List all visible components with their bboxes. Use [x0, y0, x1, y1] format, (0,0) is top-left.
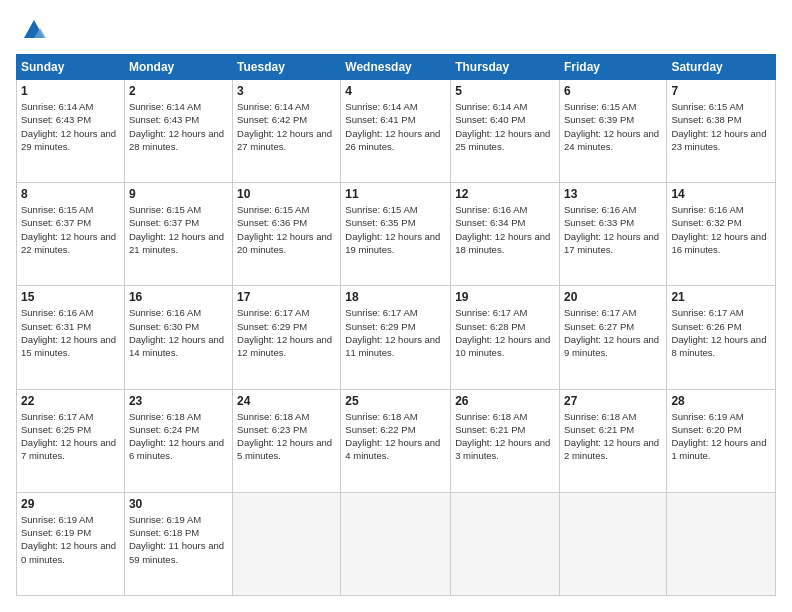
day-info: Sunrise: 6:14 AMSunset: 6:43 PMDaylight:…	[21, 101, 116, 152]
day-number: 23	[129, 394, 228, 408]
calendar-cell: 22Sunrise: 6:17 AMSunset: 6:25 PMDayligh…	[17, 389, 125, 492]
day-header-wednesday: Wednesday	[341, 55, 451, 80]
day-number: 1	[21, 84, 120, 98]
day-info: Sunrise: 6:18 AMSunset: 6:21 PMDaylight:…	[455, 411, 550, 462]
day-info: Sunrise: 6:17 AMSunset: 6:28 PMDaylight:…	[455, 307, 550, 358]
day-number: 16	[129, 290, 228, 304]
calendar-cell: 10Sunrise: 6:15 AMSunset: 6:36 PMDayligh…	[233, 183, 341, 286]
day-info: Sunrise: 6:17 AMSunset: 6:27 PMDaylight:…	[564, 307, 659, 358]
calendar-cell: 18Sunrise: 6:17 AMSunset: 6:29 PMDayligh…	[341, 286, 451, 389]
calendar-cell: 5Sunrise: 6:14 AMSunset: 6:40 PMDaylight…	[451, 80, 560, 183]
calendar-cell: 24Sunrise: 6:18 AMSunset: 6:23 PMDayligh…	[233, 389, 341, 492]
calendar-header-row: SundayMondayTuesdayWednesdayThursdayFrid…	[17, 55, 776, 80]
calendar-cell: 29Sunrise: 6:19 AMSunset: 6:19 PMDayligh…	[17, 492, 125, 595]
day-info: Sunrise: 6:14 AMSunset: 6:42 PMDaylight:…	[237, 101, 332, 152]
calendar-week-row: 8Sunrise: 6:15 AMSunset: 6:37 PMDaylight…	[17, 183, 776, 286]
calendar-cell: 26Sunrise: 6:18 AMSunset: 6:21 PMDayligh…	[451, 389, 560, 492]
day-info: Sunrise: 6:16 AMSunset: 6:32 PMDaylight:…	[671, 204, 766, 255]
calendar-cell: 6Sunrise: 6:15 AMSunset: 6:39 PMDaylight…	[559, 80, 666, 183]
day-number: 2	[129, 84, 228, 98]
day-info: Sunrise: 6:16 AMSunset: 6:33 PMDaylight:…	[564, 204, 659, 255]
day-info: Sunrise: 6:17 AMSunset: 6:29 PMDaylight:…	[345, 307, 440, 358]
day-number: 5	[455, 84, 555, 98]
calendar-cell: 3Sunrise: 6:14 AMSunset: 6:42 PMDaylight…	[233, 80, 341, 183]
day-info: Sunrise: 6:17 AMSunset: 6:25 PMDaylight:…	[21, 411, 116, 462]
day-info: Sunrise: 6:18 AMSunset: 6:22 PMDaylight:…	[345, 411, 440, 462]
day-info: Sunrise: 6:18 AMSunset: 6:21 PMDaylight:…	[564, 411, 659, 462]
day-number: 19	[455, 290, 555, 304]
day-header-monday: Monday	[124, 55, 232, 80]
day-info: Sunrise: 6:14 AMSunset: 6:41 PMDaylight:…	[345, 101, 440, 152]
calendar-cell: 20Sunrise: 6:17 AMSunset: 6:27 PMDayligh…	[559, 286, 666, 389]
day-info: Sunrise: 6:16 AMSunset: 6:31 PMDaylight:…	[21, 307, 116, 358]
day-number: 15	[21, 290, 120, 304]
day-info: Sunrise: 6:17 AMSunset: 6:26 PMDaylight:…	[671, 307, 766, 358]
calendar-cell: 19Sunrise: 6:17 AMSunset: 6:28 PMDayligh…	[451, 286, 560, 389]
day-info: Sunrise: 6:19 AMSunset: 6:20 PMDaylight:…	[671, 411, 766, 462]
day-number: 10	[237, 187, 336, 201]
day-info: Sunrise: 6:15 AMSunset: 6:38 PMDaylight:…	[671, 101, 766, 152]
day-number: 9	[129, 187, 228, 201]
day-number: 20	[564, 290, 662, 304]
day-header-tuesday: Tuesday	[233, 55, 341, 80]
day-number: 11	[345, 187, 446, 201]
day-info: Sunrise: 6:15 AMSunset: 6:36 PMDaylight:…	[237, 204, 332, 255]
day-info: Sunrise: 6:15 AMSunset: 6:35 PMDaylight:…	[345, 204, 440, 255]
day-number: 28	[671, 394, 771, 408]
day-header-friday: Friday	[559, 55, 666, 80]
logo-icon	[20, 16, 48, 44]
calendar-cell: 17Sunrise: 6:17 AMSunset: 6:29 PMDayligh…	[233, 286, 341, 389]
calendar-cell: 14Sunrise: 6:16 AMSunset: 6:32 PMDayligh…	[667, 183, 776, 286]
calendar-cell: 11Sunrise: 6:15 AMSunset: 6:35 PMDayligh…	[341, 183, 451, 286]
calendar-cell: 30Sunrise: 6:19 AMSunset: 6:18 PMDayligh…	[124, 492, 232, 595]
day-number: 7	[671, 84, 771, 98]
header	[16, 16, 776, 44]
day-info: Sunrise: 6:18 AMSunset: 6:24 PMDaylight:…	[129, 411, 224, 462]
calendar-cell	[451, 492, 560, 595]
day-header-sunday: Sunday	[17, 55, 125, 80]
day-number: 8	[21, 187, 120, 201]
day-number: 6	[564, 84, 662, 98]
day-header-saturday: Saturday	[667, 55, 776, 80]
day-info: Sunrise: 6:15 AMSunset: 6:37 PMDaylight:…	[21, 204, 116, 255]
day-info: Sunrise: 6:15 AMSunset: 6:37 PMDaylight:…	[129, 204, 224, 255]
day-number: 12	[455, 187, 555, 201]
day-header-thursday: Thursday	[451, 55, 560, 80]
day-info: Sunrise: 6:15 AMSunset: 6:39 PMDaylight:…	[564, 101, 659, 152]
logo	[16, 16, 48, 44]
day-number: 18	[345, 290, 446, 304]
calendar-cell: 4Sunrise: 6:14 AMSunset: 6:41 PMDaylight…	[341, 80, 451, 183]
calendar-cell: 12Sunrise: 6:16 AMSunset: 6:34 PMDayligh…	[451, 183, 560, 286]
calendar-cell: 2Sunrise: 6:14 AMSunset: 6:43 PMDaylight…	[124, 80, 232, 183]
calendar-week-row: 22Sunrise: 6:17 AMSunset: 6:25 PMDayligh…	[17, 389, 776, 492]
page: SundayMondayTuesdayWednesdayThursdayFrid…	[0, 0, 792, 612]
day-number: 4	[345, 84, 446, 98]
day-info: Sunrise: 6:14 AMSunset: 6:43 PMDaylight:…	[129, 101, 224, 152]
calendar-week-row: 15Sunrise: 6:16 AMSunset: 6:31 PMDayligh…	[17, 286, 776, 389]
calendar-cell: 21Sunrise: 6:17 AMSunset: 6:26 PMDayligh…	[667, 286, 776, 389]
day-info: Sunrise: 6:16 AMSunset: 6:30 PMDaylight:…	[129, 307, 224, 358]
calendar-cell: 23Sunrise: 6:18 AMSunset: 6:24 PMDayligh…	[124, 389, 232, 492]
day-number: 21	[671, 290, 771, 304]
calendar-cell	[233, 492, 341, 595]
calendar-cell: 7Sunrise: 6:15 AMSunset: 6:38 PMDaylight…	[667, 80, 776, 183]
day-number: 29	[21, 497, 120, 511]
calendar-cell: 8Sunrise: 6:15 AMSunset: 6:37 PMDaylight…	[17, 183, 125, 286]
day-number: 25	[345, 394, 446, 408]
calendar-cell: 25Sunrise: 6:18 AMSunset: 6:22 PMDayligh…	[341, 389, 451, 492]
calendar-week-row: 29Sunrise: 6:19 AMSunset: 6:19 PMDayligh…	[17, 492, 776, 595]
day-number: 14	[671, 187, 771, 201]
calendar-cell: 27Sunrise: 6:18 AMSunset: 6:21 PMDayligh…	[559, 389, 666, 492]
day-number: 13	[564, 187, 662, 201]
day-info: Sunrise: 6:14 AMSunset: 6:40 PMDaylight:…	[455, 101, 550, 152]
day-number: 27	[564, 394, 662, 408]
calendar-week-row: 1Sunrise: 6:14 AMSunset: 6:43 PMDaylight…	[17, 80, 776, 183]
calendar-cell: 15Sunrise: 6:16 AMSunset: 6:31 PMDayligh…	[17, 286, 125, 389]
day-number: 22	[21, 394, 120, 408]
calendar-table: SundayMondayTuesdayWednesdayThursdayFrid…	[16, 54, 776, 596]
day-info: Sunrise: 6:17 AMSunset: 6:29 PMDaylight:…	[237, 307, 332, 358]
day-number: 17	[237, 290, 336, 304]
day-info: Sunrise: 6:18 AMSunset: 6:23 PMDaylight:…	[237, 411, 332, 462]
calendar-cell: 9Sunrise: 6:15 AMSunset: 6:37 PMDaylight…	[124, 183, 232, 286]
calendar-cell: 1Sunrise: 6:14 AMSunset: 6:43 PMDaylight…	[17, 80, 125, 183]
